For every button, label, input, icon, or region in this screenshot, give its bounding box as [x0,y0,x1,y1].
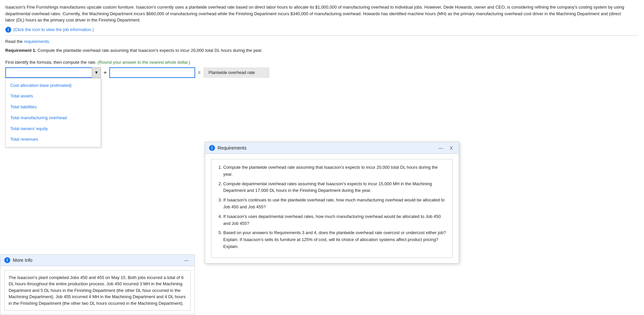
dropdown-menu: Cost allocation base (estimated) Total a… [5,78,101,148]
req-panel-header-left: i Requirements [209,145,246,151]
requirement-label: Requirement 1. [5,48,36,53]
equals-sign: = [198,70,201,75]
more-info-title: More Info [13,258,32,263]
formula-prefix: First identify the formula, then compute… [5,60,98,65]
requirement-title: Requirement 1. Compute the plantwide ove… [5,48,639,53]
formula-result-label: Plantwide overhead rate [203,67,269,78]
req-panel-inner: Compute the plantwide overhead rate assu… [211,159,453,258]
dropdown-item-total-revenues[interactable]: Total revenues [6,134,101,145]
more-info-controls: — [182,257,191,263]
requirements-list: Compute the plantwide overhead rate assu… [217,164,447,250]
more-info-header: i More Info — [0,255,195,266]
more-info-body: The Isaacson's plant completed Jobs 450 … [0,266,195,315]
req-panel-body: Compute the plantwide overhead rate assu… [205,154,459,263]
requirement-text: Compute the plantwide overhead rate assu… [36,48,263,53]
read-requirements-line: Read the requirements. [5,39,639,44]
formula-row: ▼ Cost allocation base (estimated) Total… [5,67,639,78]
formula-green: (Round your answer to the nearest whole … [98,60,190,65]
read-req-prefix: Read the [5,39,24,44]
more-info-text: The Isaacson's plant completed Jobs 450 … [9,274,186,307]
req-item-4: If Isaacson's uses departmental overhead… [223,213,447,227]
req-item-5: Based on your answers to Requirements 3 … [223,229,447,250]
dropdown-item-total-assets[interactable]: Total assets [6,91,101,102]
req-item-3: If Isaacson's continues to use the plant… [223,197,447,211]
requirements-link[interactable]: requirements [24,39,49,44]
req-panel-icon: i [209,145,215,151]
req-panel-title: Requirements [218,145,246,151]
req-panel-controls: — X [437,145,455,151]
more-info-header-left: i More Info [4,257,32,263]
division-operator: ÷ [104,70,107,76]
dropdown-item-cost-allocation[interactable]: Cost allocation base (estimated) [6,80,101,91]
formula-numerator-select[interactable] [5,67,101,78]
req-item-2: Compute departmental overhead rates assu… [223,181,447,194]
formula-instruction: First identify the formula, then compute… [5,60,639,65]
more-info-content: The Isaacson's plant completed Jobs 450 … [4,270,191,311]
intro-paragraph: Isaacson's Fine Furnishings manufactures… [5,4,626,23]
info-click-line: i (Click the icon to view the job inform… [5,27,639,33]
more-info-minimize-button[interactable]: — [182,257,191,263]
more-info-icon: i [4,257,10,263]
info-icon[interactable]: i [5,27,11,33]
req-panel-close-button[interactable]: X [448,145,455,151]
dropdown-item-total-owners-equity[interactable]: Total owners' equity [6,123,101,134]
req-panel-header: i Requirements — X [205,142,459,154]
formula-denominator-input[interactable] [109,67,195,78]
info-click-text: (Click the icon to view the job informat… [13,27,94,32]
divider [5,35,639,36]
more-info-panel: i More Info — The Isaacson's plant compl… [0,254,195,315]
read-req-suffix: . [49,39,50,44]
req-panel-minimize-button[interactable]: — [437,145,445,151]
dropdown-item-total-liabilities[interactable]: Total liabilities [6,102,101,113]
req-item-1: Compute the plantwide overhead rate assu… [223,164,447,178]
formula-dropdown-wrapper: ▼ Cost allocation base (estimated) Total… [5,67,101,78]
dropdown-item-total-manufacturing-overhead[interactable]: Total manufacturing overhead [6,113,101,123]
requirements-panel: i Requirements — X Compute the plantwide… [205,142,459,263]
